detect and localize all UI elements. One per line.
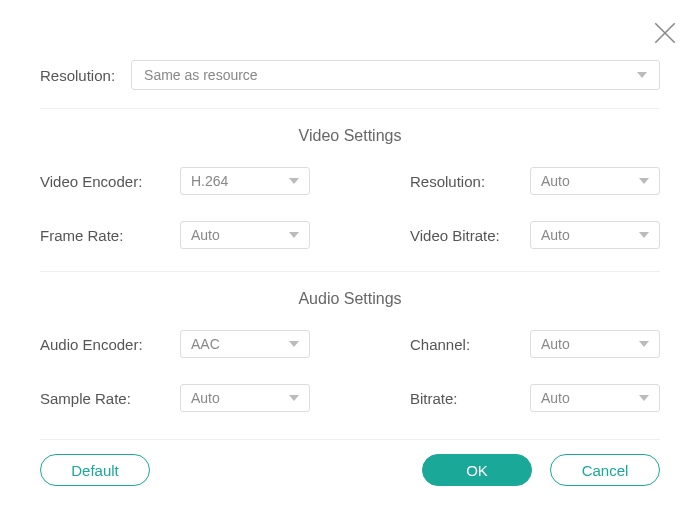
default-button[interactable]: Default: [40, 454, 150, 486]
chevron-down-icon: [289, 178, 299, 184]
close-icon: [652, 20, 678, 46]
video-resolution-label: Resolution:: [410, 173, 530, 190]
top-resolution-value: Same as resource: [144, 67, 258, 83]
channel-label: Channel:: [410, 336, 530, 353]
ok-button-label: OK: [466, 462, 488, 479]
video-encoder-select[interactable]: H.264: [180, 167, 310, 195]
channel-value: Auto: [541, 336, 570, 352]
chevron-down-icon: [639, 178, 649, 184]
video-bitrate-value: Auto: [541, 227, 570, 243]
video-bitrate-label: Video Bitrate:: [410, 227, 530, 244]
sample-rate-label: Sample Rate:: [40, 390, 180, 407]
audio-settings-heading: Audio Settings: [40, 290, 660, 308]
video-resolution-select[interactable]: Auto: [530, 167, 660, 195]
default-button-label: Default: [71, 462, 119, 479]
sample-rate-value: Auto: [191, 390, 220, 406]
audio-bitrate-label: Bitrate:: [410, 390, 530, 407]
chevron-down-icon: [637, 72, 647, 78]
audio-encoder-value: AAC: [191, 336, 220, 352]
frame-rate-label: Frame Rate:: [40, 227, 180, 244]
video-encoder-value: H.264: [191, 173, 228, 189]
audio-encoder-select[interactable]: AAC: [180, 330, 310, 358]
chevron-down-icon: [639, 395, 649, 401]
sample-rate-select[interactable]: Auto: [180, 384, 310, 412]
close-button[interactable]: [652, 20, 678, 46]
chevron-down-icon: [289, 341, 299, 347]
video-bitrate-select[interactable]: Auto: [530, 221, 660, 249]
chevron-down-icon: [289, 395, 299, 401]
video-encoder-label: Video Encoder:: [40, 173, 180, 190]
ok-button[interactable]: OK: [422, 454, 532, 486]
audio-bitrate-select[interactable]: Auto: [530, 384, 660, 412]
top-resolution-label: Resolution:: [40, 67, 115, 84]
frame-rate-value: Auto: [191, 227, 220, 243]
audio-encoder-label: Audio Encoder:: [40, 336, 180, 353]
video-resolution-value: Auto: [541, 173, 570, 189]
chevron-down-icon: [639, 232, 649, 238]
audio-bitrate-value: Auto: [541, 390, 570, 406]
frame-rate-select[interactable]: Auto: [180, 221, 310, 249]
channel-select[interactable]: Auto: [530, 330, 660, 358]
cancel-button-label: Cancel: [582, 462, 629, 479]
chevron-down-icon: [639, 341, 649, 347]
top-resolution-select[interactable]: Same as resource: [131, 60, 660, 90]
chevron-down-icon: [289, 232, 299, 238]
video-settings-heading: Video Settings: [40, 127, 660, 145]
cancel-button[interactable]: Cancel: [550, 454, 660, 486]
